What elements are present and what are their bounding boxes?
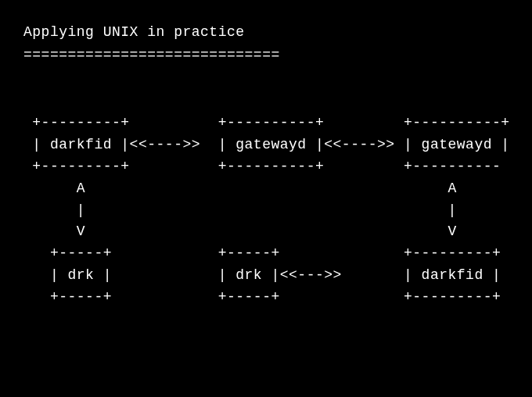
diagram-line: V V [23, 224, 457, 239]
diagram-line: | drk | | drk |<<--->> | darkfid | [23, 267, 501, 283]
ascii-diagram: +---------+ +----------+ +----------+ | … [23, 113, 532, 309]
diagram-line: | | [23, 202, 457, 218]
page-title: Applying UNIX in practice [23, 22, 532, 43]
diagram-line: A A [23, 181, 457, 196]
title-underline: ============================= [23, 45, 532, 66]
diagram-line: +-----+ +-----+ +---------+ [23, 245, 501, 261]
diagram-line: +-----+ +-----+ +---------+ [23, 289, 501, 305]
diagram-line: +---------+ +----------+ +---------- [23, 159, 510, 174]
diagram-line: | darkfid |<<---->> | gatewayd |<<---->>… [23, 137, 510, 152]
diagram-line: +---------+ +----------+ +----------+ [23, 115, 510, 131]
